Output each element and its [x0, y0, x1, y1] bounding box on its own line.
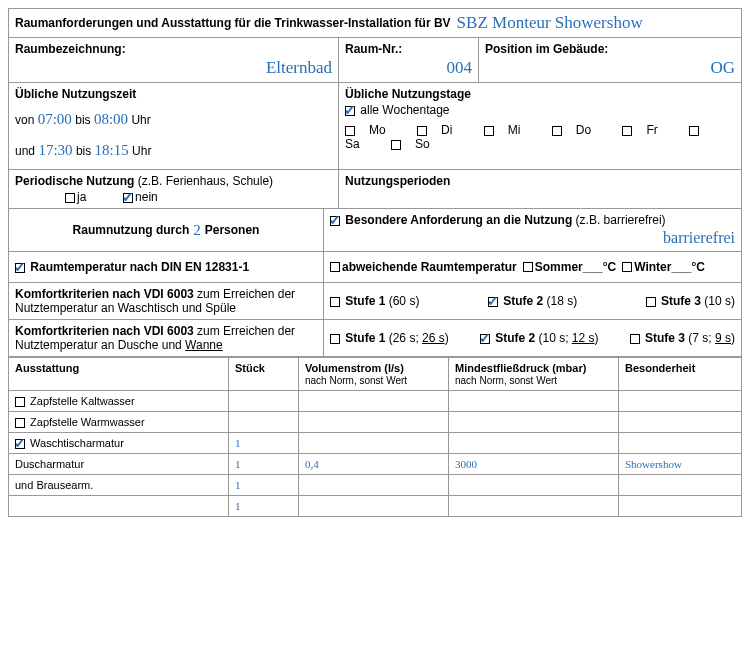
label-besondere: Besondere Anforderung an die Nutzung [345, 213, 572, 227]
time-to1[interactable]: 08:00 [94, 111, 128, 127]
label-nutzungszeit: Übliche Nutzungszeit [15, 87, 332, 101]
persons-count[interactable]: 2 [193, 222, 201, 239]
equip-stk[interactable] [229, 412, 299, 433]
th-besonderheit: Besonderheit [619, 358, 742, 391]
label-nutzungstage: Übliche Nutzungstage [345, 87, 735, 101]
checkbox-alle-wochentage[interactable] [345, 106, 355, 116]
time-line-2: und 17:30 bis 18:15 Uhr [15, 142, 332, 159]
checkbox-c2-stufe3[interactable] [630, 334, 640, 344]
time-from1[interactable]: 07:00 [38, 111, 72, 127]
equip-stk[interactable]: 1 [229, 475, 299, 496]
equip-name: Zapfstelle Warmwasser [9, 412, 229, 433]
table-row: Zapfstelle Kaltwasser [9, 391, 742, 412]
equip-vol[interactable] [299, 496, 449, 517]
equip-stk[interactable]: 1 [229, 454, 299, 475]
table-row: und Brausearm.1 [9, 475, 742, 496]
header-title: Raumanforderungen und Ausstattung für di… [15, 16, 451, 30]
checkbox-din-temp[interactable] [15, 263, 25, 273]
weekday-checkboxes: Mo Di Mi Do Fr Sa So [345, 123, 735, 151]
th-ausstattung: Ausstattung [9, 358, 229, 391]
th-druck: Mindestfließdruck (mbar)nach Norm, sonst… [449, 358, 619, 391]
besondere-value[interactable]: barrierefrei [663, 229, 735, 247]
checkbox-c2-stufe1[interactable] [330, 334, 340, 344]
equipment-table: Ausstattung Stück Volumenstrom (l/s)nach… [8, 357, 742, 517]
equip-druck[interactable] [449, 433, 619, 454]
label-raumnr: Raum-Nr.: [345, 42, 472, 56]
room-id-row: Raumbezeichnung: Elternbad Raum-Nr.: 004… [9, 38, 741, 83]
checkbox-nein[interactable] [123, 193, 133, 203]
equip-vol[interactable]: 0,4 [299, 454, 449, 475]
table-row: Waschtischarmatur1 [9, 433, 742, 454]
usage-row: Übliche Nutzungszeit von 07:00 bis 08:00… [9, 83, 741, 170]
checkbox-equip[interactable] [15, 418, 25, 428]
equip-bes[interactable] [619, 433, 742, 454]
checkbox-fr[interactable] [622, 126, 632, 136]
temp-row: Raumtemperatur nach DIN EN 12831-1 abwei… [9, 252, 741, 283]
checkbox-so[interactable] [391, 140, 401, 150]
equip-stk[interactable] [229, 391, 299, 412]
header-row: Raumanforderungen und Ausstattung für di… [9, 9, 741, 38]
raumbezeichnung-value[interactable]: Elternbad [266, 58, 332, 78]
checkbox-ja[interactable] [65, 193, 75, 203]
equip-vol[interactable] [299, 475, 449, 496]
equip-bes[interactable]: Showershow [619, 454, 742, 475]
checkbox-c1-stufe1[interactable] [330, 297, 340, 307]
comfort1-row: Komfortkriterien nach VDI 6003 zum Errei… [9, 283, 741, 320]
label-periodisch: Periodische Nutzung [15, 174, 134, 188]
checkbox-mi[interactable] [484, 126, 494, 136]
label-raumbezeichnung: Raumbezeichnung: [15, 42, 332, 56]
equip-bes[interactable] [619, 412, 742, 433]
equip-name: Duscharmatur [9, 454, 229, 475]
table-row: Duscharmatur10,43000Showershow [9, 454, 742, 475]
table-row: 1 [9, 496, 742, 517]
equip-stk[interactable]: 1 [229, 433, 299, 454]
equip-druck[interactable]: 3000 [449, 454, 619, 475]
th-volumenstrom: Volumenstrom (l/s)nach Norm, sonst Wert [299, 358, 449, 391]
equip-bes[interactable] [619, 475, 742, 496]
checkbox-besondere[interactable] [330, 216, 340, 226]
checkbox-mo[interactable] [345, 126, 355, 136]
equip-name: Waschtischarmatur [9, 433, 229, 454]
equip-druck[interactable] [449, 412, 619, 433]
equip-vol[interactable] [299, 433, 449, 454]
checkbox-c1-stufe2[interactable] [488, 297, 498, 307]
comfort2-row: Komfortkriterien nach VDI 6003 zum Errei… [9, 320, 741, 356]
equip-druck[interactable] [449, 496, 619, 517]
raumnr-value[interactable]: 004 [447, 58, 473, 78]
time-from2[interactable]: 17:30 [38, 142, 72, 158]
th-stueck: Stück [229, 358, 299, 391]
table-row: Zapfstelle Warmwasser [9, 412, 742, 433]
checkbox-c1-stufe3[interactable] [646, 297, 656, 307]
equip-bes[interactable] [619, 391, 742, 412]
equip-vol[interactable] [299, 391, 449, 412]
checkbox-c2-stufe2[interactable] [480, 334, 490, 344]
equip-druck[interactable] [449, 475, 619, 496]
checkbox-abw-temp[interactable] [330, 262, 340, 272]
time-to2[interactable]: 18:15 [95, 142, 129, 158]
equip-name: Zapfstelle Kaltwasser [9, 391, 229, 412]
checkbox-sa[interactable] [689, 126, 699, 136]
position-value[interactable]: OG [710, 58, 735, 78]
equip-bes[interactable] [619, 496, 742, 517]
checkbox-equip[interactable] [15, 397, 25, 407]
equip-druck[interactable] [449, 391, 619, 412]
checkbox-do[interactable] [552, 126, 562, 136]
time-line-1: von 07:00 bis 08:00 Uhr [15, 111, 332, 128]
checkbox-di[interactable] [417, 126, 427, 136]
hint-periodisch: (z.B. Ferienhaus, Schule) [138, 174, 273, 188]
label-nutzungsperioden: Nutzungsperioden [345, 174, 735, 188]
equip-name [9, 496, 229, 517]
label-din-temp: Raumtemperatur nach DIN EN 12831-1 [30, 260, 249, 274]
persons-row: Raumnutzung durch 2 Personen Besondere A… [9, 209, 741, 252]
checkbox-winter[interactable] [622, 262, 632, 272]
equip-stk[interactable]: 1 [229, 496, 299, 517]
checkbox-equip[interactable] [15, 439, 25, 449]
checkbox-sommer[interactable] [523, 262, 533, 272]
label-alle-wochentage: alle Wochentage [360, 103, 449, 117]
label-position: Position im Gebäude: [485, 42, 735, 56]
bv-name[interactable]: SBZ Monteur Showershow [457, 13, 643, 33]
equip-name: und Brausearm. [9, 475, 229, 496]
equip-vol[interactable] [299, 412, 449, 433]
periodic-row: Periodische Nutzung (z.B. Ferienhaus, Sc… [9, 170, 741, 209]
hint-besondere: (z.B. barrierefrei) [576, 213, 666, 227]
